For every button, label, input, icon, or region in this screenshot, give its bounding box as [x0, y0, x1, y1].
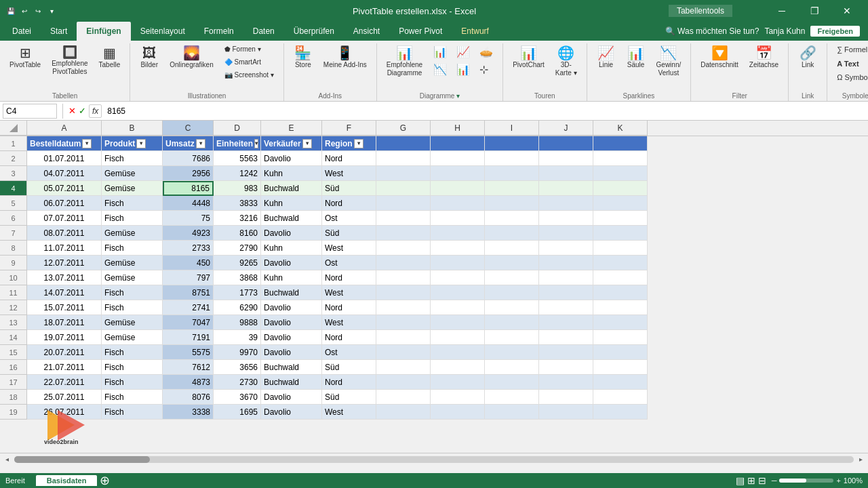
- cell-einheiten-12[interactable]: 6290: [214, 300, 261, 315]
- cell-h-12[interactable]: [431, 300, 485, 315]
- cell-g-14[interactable]: [376, 330, 431, 345]
- cell-region-17[interactable]: Nord: [322, 375, 376, 390]
- pivottable-button[interactable]: ⊞ PivotTable: [5, 43, 45, 72]
- cell-verkaeufer-10[interactable]: Kuhn: [261, 270, 322, 285]
- cell-umsatz-4[interactable]: 8165: [163, 181, 214, 196]
- cell-h-7[interactable]: [431, 226, 485, 241]
- row-num-2[interactable]: 2: [0, 151, 27, 166]
- my-addins-button[interactable]: 📱 Meine Add-Ins: [319, 43, 371, 72]
- area-chart-btn[interactable]: 📊: [452, 61, 474, 78]
- cell-date-9[interactable]: 12.07.2011: [27, 256, 102, 270]
- sparkline-line-button[interactable]: 📈 Linie: [593, 43, 620, 72]
- cell-h-19[interactable]: [431, 405, 485, 420]
- cell-j-11[interactable]: [539, 285, 593, 300]
- cell-verkaeufer-13[interactable]: Davolio: [261, 315, 322, 330]
- cell-k-18[interactable]: [593, 390, 648, 405]
- scroll-track[interactable]: [14, 456, 854, 463]
- cell-j-6[interactable]: [539, 211, 593, 226]
- cell-g-19[interactable]: [376, 405, 431, 420]
- cell-umsatz-8[interactable]: 2733: [163, 241, 214, 256]
- cell-umsatz-9[interactable]: 450: [163, 256, 214, 270]
- row-num-8[interactable]: 8: [0, 241, 27, 256]
- cell-j-8[interactable]: [539, 241, 593, 256]
- cell-einheiten-17[interactable]: 2730: [214, 375, 261, 390]
- cell-produkt-5[interactable]: Fisch: [102, 196, 163, 211]
- tab-seitenlayout[interactable]: Seitenlayout: [131, 22, 195, 41]
- cell-g-2[interactable]: [376, 151, 431, 166]
- filter-verkaeufer[interactable]: ▾: [302, 139, 312, 148]
- corner-cell[interactable]: [0, 121, 27, 136]
- cell-verkaeufer-17[interactable]: Buchwald: [261, 375, 322, 390]
- cell-verkaeufer-7[interactable]: Davolio: [261, 226, 322, 241]
- cell-region-11[interactable]: West: [322, 285, 376, 300]
- table-button[interactable]: ▦ Tabelle: [95, 43, 125, 72]
- cell-umsatz-10[interactable]: 797: [163, 270, 214, 285]
- cell-g-12[interactable]: [376, 300, 431, 315]
- cell-umsatz-19[interactable]: 3338: [163, 405, 214, 420]
- cell-i-14[interactable]: [485, 330, 539, 345]
- row-num-9[interactable]: 9: [0, 256, 27, 270]
- cell-produkt-17[interactable]: Fisch: [102, 375, 163, 390]
- cell-date-6[interactable]: 07.07.2011: [27, 211, 102, 226]
- cell-k-4[interactable]: [593, 181, 648, 196]
- cell-i-8[interactable]: [485, 241, 539, 256]
- cell-einheiten-16[interactable]: 3656: [214, 360, 261, 375]
- cell-date-16[interactable]: 21.07.2011: [27, 360, 102, 375]
- cell-umsatz-14[interactable]: 7191: [163, 330, 214, 345]
- cell-date-12[interactable]: 15.07.2011: [27, 300, 102, 315]
- cell-einheiten-13[interactable]: 9888: [214, 315, 261, 330]
- cell-umsatz-2[interactable]: 7686: [163, 151, 214, 166]
- link-button[interactable]: 🔗 Link: [794, 43, 821, 72]
- page-layout-icon[interactable]: ⊞: [747, 475, 755, 486]
- cell-h-15[interactable]: [431, 345, 485, 360]
- row-num-12[interactable]: 12: [0, 300, 27, 315]
- filter-einheiten[interactable]: ▾: [254, 139, 258, 148]
- cell-einheiten-8[interactable]: 2790: [214, 241, 261, 256]
- cell-region-16[interactable]: Süd: [322, 360, 376, 375]
- tab-power-pivot[interactable]: Power Pivot: [389, 22, 452, 41]
- tab-datei[interactable]: Datei: [3, 22, 41, 41]
- cell-verkaeufer-5[interactable]: Kuhn: [261, 196, 322, 211]
- cell-date-15[interactable]: 20.07.2011: [27, 345, 102, 360]
- cell-region-15[interactable]: Ost: [322, 345, 376, 360]
- cell-produkt-12[interactable]: Fisch: [102, 300, 163, 315]
- cell-region-19[interactable]: West: [322, 405, 376, 420]
- cell-region-4[interactable]: Süd: [322, 181, 376, 196]
- cell-date-8[interactable]: 11.07.2011: [27, 241, 102, 256]
- cell-einheiten-18[interactable]: 3670: [214, 390, 261, 405]
- cell-g-7[interactable]: [376, 226, 431, 241]
- header-bestelldatum[interactable]: Bestelldatum ▾: [27, 136, 102, 151]
- cell-h-5[interactable]: [431, 196, 485, 211]
- cell-produkt-19[interactable]: Fisch: [102, 405, 163, 420]
- cell-g-10[interactable]: [376, 270, 431, 285]
- cell-einheiten-6[interactable]: 3216: [214, 211, 261, 226]
- cell-k-14[interactable]: [593, 330, 648, 345]
- symbol-button[interactable]: Ω Symbol: [833, 71, 868, 83]
- cell-h-10[interactable]: [431, 270, 485, 285]
- cell-region-7[interactable]: Süd: [322, 226, 376, 241]
- shapes-button[interactable]: ⬟ Formen ▾: [220, 43, 278, 55]
- cell-produkt-3[interactable]: Gemüse: [102, 166, 163, 181]
- cell-umsatz-3[interactable]: 2956: [163, 166, 214, 181]
- cell-i-6[interactable]: [485, 211, 539, 226]
- cell-produkt-2[interactable]: Fisch: [102, 151, 163, 166]
- cell-umsatz-11[interactable]: 8751: [163, 285, 214, 300]
- filter-produkt[interactable]: ▾: [136, 139, 146, 148]
- cell-h-3[interactable]: [431, 166, 485, 181]
- cell-einheiten-9[interactable]: 9265: [214, 256, 261, 270]
- cell-date-19[interactable]: 26.07.2011: [27, 405, 102, 420]
- cell-h-16[interactable]: [431, 360, 485, 375]
- text-button[interactable]: A Text: [833, 58, 868, 70]
- scroll-right-btn[interactable]: ▸: [856, 455, 865, 463]
- row-num-11[interactable]: 11: [0, 285, 27, 300]
- cell-g-11[interactable]: [376, 285, 431, 300]
- cell-region-6[interactable]: Ost: [322, 211, 376, 226]
- zoom-out-btn[interactable]: ─: [772, 476, 777, 485]
- cell-g-17[interactable]: [376, 375, 431, 390]
- cell-verkaeufer-6[interactable]: Buchwald: [261, 211, 322, 226]
- close-button[interactable]: ✕: [831, 0, 863, 22]
- cell-einheiten-15[interactable]: 9970: [214, 345, 261, 360]
- cell-region-9[interactable]: Ost: [322, 256, 376, 270]
- header-einheiten[interactable]: Einheiten ▾: [214, 136, 261, 151]
- cell-einheiten-2[interactable]: 5563: [214, 151, 261, 166]
